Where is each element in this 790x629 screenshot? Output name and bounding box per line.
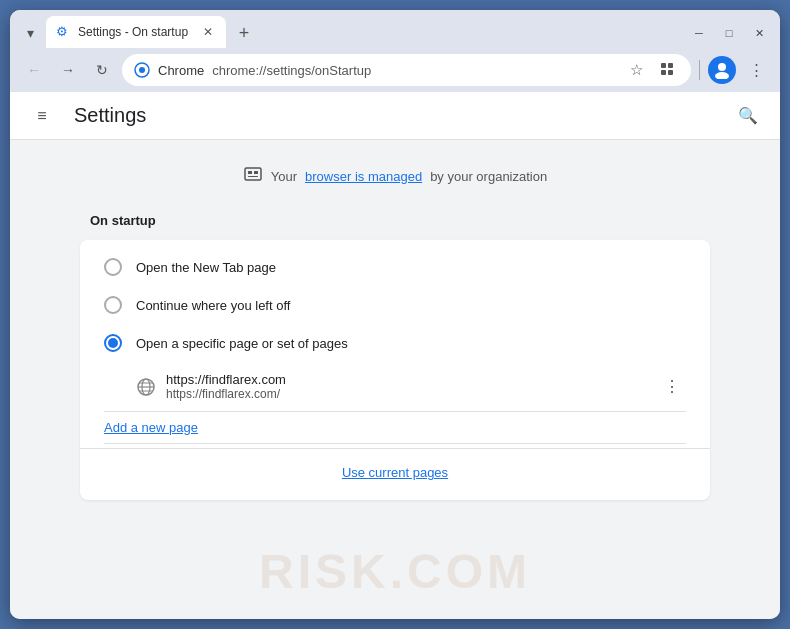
use-current-pages-button[interactable]: Use current pages: [318, 457, 472, 488]
option-new-tab[interactable]: Open the New Tab page: [80, 248, 710, 286]
forward-button[interactable]: →: [54, 56, 82, 84]
page-more-button[interactable]: ⋮: [658, 373, 686, 401]
svg-rect-11: [248, 176, 258, 177]
radio-specific[interactable]: [104, 334, 122, 352]
managed-text-after: by your organization: [430, 169, 547, 184]
active-tab[interactable]: ⚙ Settings - On startup ✕: [46, 16, 226, 48]
svg-rect-2: [661, 63, 666, 68]
window-controls: ─ □ ✕: [686, 24, 772, 42]
option-specific-label: Open a specific page or set of pages: [136, 336, 348, 351]
hamburger-menu-button[interactable]: ≡: [26, 100, 58, 132]
address-url: chrome://settings/onStartup: [212, 63, 371, 78]
add-new-page-button[interactable]: Add a new page: [80, 412, 222, 443]
startup-options-card: Open the New Tab page Continue where you…: [80, 240, 710, 500]
option-continue[interactable]: Continue where you left off: [80, 286, 710, 324]
svg-rect-4: [661, 70, 666, 75]
minimize-button[interactable]: ─: [686, 24, 712, 42]
settings-page-title: Settings: [74, 104, 146, 127]
search-icon: 🔍: [738, 106, 758, 125]
svg-point-6: [718, 63, 726, 71]
title-bar: ▾ ⚙ Settings - On startup ✕ + ─ □ ✕: [10, 10, 780, 48]
new-tab-button[interactable]: +: [230, 20, 258, 46]
toolbar: ← → ↻ Chrome chrome://settings/onStartup…: [10, 48, 780, 92]
page-content: Your browser is managed by your organiza…: [10, 140, 780, 516]
page-wrapper: ≡ Settings 🔍: [10, 92, 780, 619]
card-divider-2: [104, 443, 686, 444]
chrome-shield-icon: [134, 62, 150, 78]
tab-favicon-icon: ⚙: [56, 24, 72, 40]
tab-title: Settings - On startup: [78, 25, 194, 39]
section-title: On startup: [10, 205, 780, 240]
option-new-tab-label: Open the New Tab page: [136, 260, 276, 275]
page-url-main: https://findflarex.com: [166, 372, 648, 387]
page-url-sub: https://findflarex.com/: [166, 387, 648, 401]
svg-rect-3: [668, 63, 673, 68]
extensions-icon[interactable]: [655, 59, 679, 82]
managed-notice: Your browser is managed by your organiza…: [10, 156, 780, 205]
page-entry: https://findflarex.com https://findflare…: [80, 362, 710, 411]
svg-rect-10: [254, 171, 258, 174]
tab-area: ⚙ Settings - On startup ✕ +: [46, 16, 674, 48]
bookmark-icon[interactable]: ☆: [626, 59, 647, 81]
svg-point-7: [715, 72, 729, 79]
more-menu-button[interactable]: ⋮: [742, 56, 770, 84]
use-current-row: Use current pages: [80, 448, 710, 492]
managed-link[interactable]: browser is managed: [305, 169, 422, 184]
refresh-button[interactable]: ↻: [88, 56, 116, 84]
globe-icon: [136, 377, 156, 397]
toolbar-divider: [699, 60, 700, 80]
svg-rect-8: [245, 168, 261, 180]
page-url-block: https://findflarex.com https://findflare…: [166, 372, 648, 401]
chrome-label: Chrome: [158, 63, 204, 78]
close-button[interactable]: ✕: [746, 24, 772, 42]
option-specific[interactable]: Open a specific page or set of pages: [80, 324, 710, 362]
radio-new-tab[interactable]: [104, 258, 122, 276]
settings-header: ≡ Settings 🔍: [10, 92, 780, 140]
svg-point-1: [139, 67, 145, 73]
hamburger-icon: ≡: [37, 107, 46, 125]
svg-rect-5: [668, 70, 673, 75]
add-page-row: Add a new page: [80, 412, 710, 443]
option-continue-label: Continue where you left off: [136, 298, 290, 313]
tab-back-chevron[interactable]: ▾: [18, 20, 42, 46]
svg-rect-9: [248, 171, 252, 174]
settings-page: Your browser is managed by your organiza…: [10, 140, 780, 619]
browser-window: ▾ ⚙ Settings - On startup ✕ + ─ □ ✕ ← → …: [10, 10, 780, 619]
back-button[interactable]: ←: [20, 56, 48, 84]
radio-continue[interactable]: [104, 296, 122, 314]
maximize-button[interactable]: □: [716, 24, 742, 42]
managed-icon: [243, 164, 263, 189]
settings-search-button[interactable]: 🔍: [732, 100, 764, 132]
managed-text-before: Your: [271, 169, 297, 184]
profile-button[interactable]: [708, 56, 736, 84]
address-bar[interactable]: Chrome chrome://settings/onStartup ☆: [122, 54, 691, 86]
tab-close-button[interactable]: ✕: [200, 24, 216, 40]
